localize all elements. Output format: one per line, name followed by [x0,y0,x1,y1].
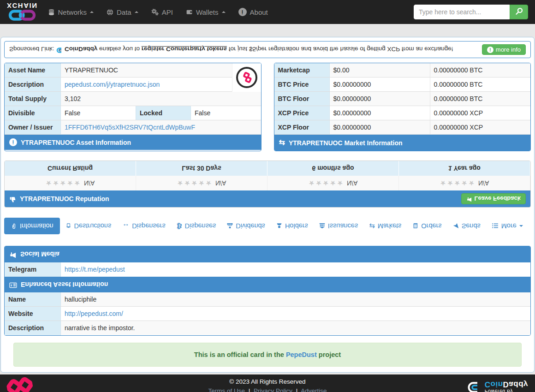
reputation-panel-heading: YTRAPRETNUOC Reputation Leave Feedback [5,190,530,207]
enhanced-website-row: Website http://pepedust.com/ [5,307,530,321]
nav-networks[interactable]: Networks [48,8,94,16]
market-row: XCP Price $0.00000000 0.00000000 XCP [274,106,531,120]
copyright-text: © 2023 All Rights Reserved [0,377,535,386]
reputation-header-row: Current Rating Last 30 Days 6 months ago… [5,161,530,176]
tab-holders[interactable]: Holders [271,218,314,234]
exchange-icon: ⇄ [369,222,375,230]
arrows-icon: ↔ [122,222,129,230]
rating-cell: ★★★★★N/A [268,176,399,190]
asset-panel-heading: i YTRAPRETNUOC Asset Information [5,135,261,150]
asset-owner-row: Owner / Issuer 1FFFD6TH6Vq5sXfH2SRV7tQcn… [5,120,261,135]
star-rating-icon: ★★★★★ [177,179,213,187]
xchain-logo-text: XCHAIN [7,2,38,9]
nav-api[interactable]: API [151,8,173,16]
caret-icon [222,11,226,13]
asset-name-row: Asset Name YTRAPRETNUOC [5,63,261,77]
tab-destructions[interactable]: Destructions [60,218,117,234]
trash-icon [65,223,71,229]
sponsored-text: Sponsored Link: CoinDaddy enables you to… [9,46,453,53]
database-icon [48,9,55,16]
list-icon [492,223,499,230]
rating-cell: ★★★★★N/A [136,176,268,190]
sitemap-icon [227,223,233,229]
xchain-chain-icon [8,9,36,22]
coindaddy-brand: CoinDaddy [65,46,97,53]
tab-information[interactable]: Information [4,218,60,234]
powered-by-coindaddy[interactable]: Powered By CoinDaddy [467,379,528,392]
coindaddy-logo-icon [467,379,481,392]
info-circle-icon: i [9,138,17,146]
caret-icon [135,11,138,13]
rating-cell: ★★★★★N/A [399,176,530,190]
gears-icon [151,8,159,16]
telegram-row: Telegram https://t.me/pepedust [5,262,530,277]
asset-description-link[interactable]: pepedust.com/j/ytrapretnuoc.json [65,81,160,88]
caret-down-icon [519,225,523,227]
counterparty-asset-icon [236,67,257,88]
social-media-heading: Social Media [5,246,530,262]
tab-more[interactable]: More [486,218,529,234]
id-card-icon [9,280,17,289]
user-icon [276,223,282,229]
asset-info-panel: Asset Name YTRAPRETNUOC Description pepe… [4,63,262,151]
tab-orders[interactable]: Orders [407,218,447,234]
asset-description-row: Description pepedust.com/j/ytrapretnuoc.… [5,77,261,92]
tab-issuances[interactable]: Issuances [314,218,363,234]
paperclip-icon [11,223,17,229]
market-panel-heading: ⇄ YTRAPRETNUOC Market Information [274,135,531,151]
star-rating-icon: ★★★★★ [309,179,344,187]
wallet-icon [186,9,193,16]
tab-dispensers[interactable]: ↔ Dispensers [117,218,171,235]
rating-cell: ★★★★★N/A [5,176,136,190]
paper-plane-icon [453,223,459,229]
tab-sends[interactable]: Sends [447,218,486,234]
register-tokens-link[interactable]: register Counterparty tokens [142,46,227,53]
market-row: BTC Price $0.00000000 0.00000000 BTC [274,77,531,92]
website-link[interactable]: http://pepedust.com/ [65,310,123,317]
more-info-button[interactable]: i more info [482,44,526,55]
market-row: Marketcap $0.00 0.00000000 BTC [274,63,531,77]
page-footer: © 2023 All Rights Reserved Terms of Use … [0,374,535,392]
star-rating-icon: ★★★★★ [46,179,81,187]
asset-divisible-row: Divisible False Locked False [5,106,261,120]
megaphone-icon [466,195,472,202]
asset-image [232,63,261,92]
bank-icon [319,223,325,229]
search-input[interactable] [414,5,510,19]
information-sections: Social Media Telegram https://t.me/peped… [4,246,531,336]
tab-dividends[interactable]: Dividends [221,218,271,234]
official-card-alert: This is an official card in the PepeDust… [13,343,522,367]
search-box [414,5,528,19]
market-row: BTC Floor $0.00000000 0.00000000 BTC [274,92,531,106]
nav-about[interactable]: i About [238,8,268,16]
search-icon [515,7,523,17]
privacy-link[interactable]: Privacy Policy [254,387,292,392]
enhanced-info-heading: Enhanced Asset Information [5,277,530,292]
market-info-panel: Marketcap $0.00 0.00000000 BTC BTC Price… [274,63,531,151]
owner-address-link[interactable]: 1FFFD6TH6Vq5sXfH2SRV7tQcntLdWpBuwF [65,124,195,131]
coindaddy-icon [56,46,65,53]
asset-supply-row: Total Supply 3,102 [5,92,261,106]
enhanced-name-row: Name halluciphile [5,292,530,307]
asset-name-value: YTRAPRETNUOC [61,63,261,77]
search-button[interactable] [510,5,528,19]
leave-feedback-button[interactable]: Leave Feedback [461,193,526,204]
sponsored-banner: Sponsored Link: CoinDaddy enables you to… [4,41,531,58]
megaphone-icon [9,250,17,259]
terms-link[interactable]: Terms of Use [208,387,245,392]
reputation-section: Current Rating Last 30 Days 6 months ago… [4,160,531,208]
reputation-values-row: ★★★★★N/A ★★★★★N/A ★★★★★N/A ★★★★★N/A [5,176,530,190]
advertise-link[interactable]: Advertise [301,387,327,392]
book-icon [412,223,418,229]
bitcoin-icon: ₿ [177,222,182,230]
top-navbar: XCHAIN Networks [0,0,535,24]
telegram-link[interactable]: https://t.me/pepedust [65,266,125,273]
pepedust-link[interactable]: PepeDust [286,351,317,358]
nav-data[interactable]: Data [107,8,138,16]
tab-dispenses[interactable]: ₿ Dispenses [171,218,222,234]
nav-wallets[interactable]: Wallets [186,8,226,16]
footer-text: © 2023 All Rights Reserved Terms of Use … [0,377,535,392]
enhanced-description-row: Description narrative is the impostor. [5,321,530,335]
xchain-logo[interactable]: XCHAIN [7,2,38,22]
tab-markets[interactable]: ⇄ Markets [363,217,407,235]
